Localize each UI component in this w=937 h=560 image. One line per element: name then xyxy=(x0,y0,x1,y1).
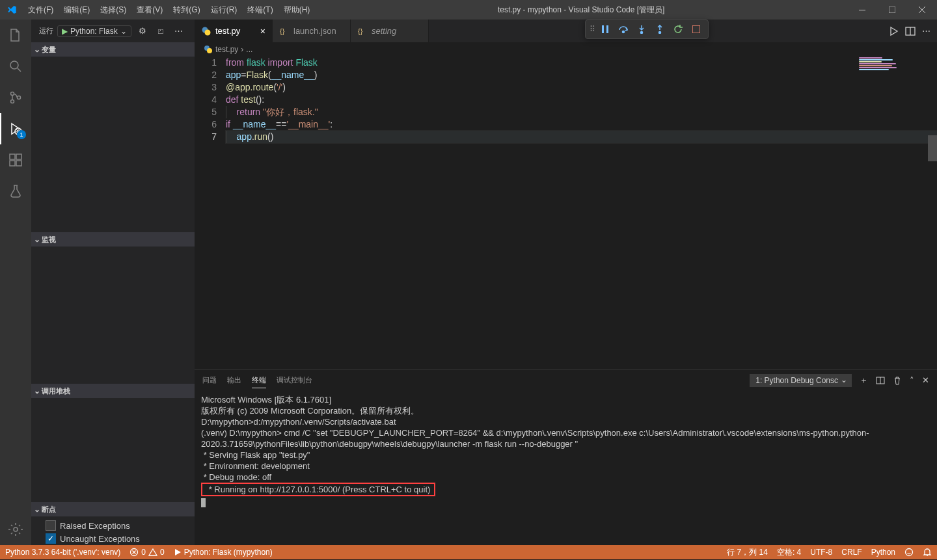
pause-button[interactable] xyxy=(597,21,613,37)
python-icon xyxy=(204,45,213,54)
watch-section-header[interactable]: ⌄监视 xyxy=(31,232,195,247)
callstack-section-header[interactable]: ⌄调用堆栈 xyxy=(31,384,195,398)
menu-item[interactable]: 文件(F) xyxy=(23,0,59,20)
status-eol[interactable]: CRLF xyxy=(841,548,862,557)
breakpoint-item[interactable]: Raised Exceptions xyxy=(31,519,195,532)
explorer-icon[interactable] xyxy=(0,20,31,51)
breakpoint-checkbox[interactable] xyxy=(46,520,56,531)
panel-tab[interactable]: 问题 xyxy=(202,373,217,388)
settings-gear-icon[interactable] xyxy=(0,514,31,545)
run-debug-icon[interactable]: 1 xyxy=(0,113,31,144)
menu-item[interactable]: 编辑(E) xyxy=(59,0,95,20)
terminal[interactable]: Microsoft Windows [版本 6.1.7601]版权所有 (c) … xyxy=(195,390,937,545)
status-bar: Python 3.7.3 64-bit ('.venv': venv) 0 0 … xyxy=(0,545,937,559)
breakpoint-item[interactable]: Uncaught Exceptions xyxy=(31,532,195,545)
svg-point-2 xyxy=(10,61,18,69)
status-interpreter[interactable]: Python 3.7.3 64-bit ('.venv': venv) xyxy=(5,548,120,557)
step-into-button[interactable] xyxy=(634,21,649,37)
svg-point-4 xyxy=(11,100,14,103)
run-icon[interactable] xyxy=(888,26,899,36)
breakpoint-checkbox[interactable] xyxy=(46,533,56,544)
scrollbar-thumb[interactable] xyxy=(928,135,937,161)
kill-terminal-icon[interactable] xyxy=(893,376,902,385)
menu-bar: 文件(F)编辑(E)选择(S)查看(V)转到(G)运行(R)终端(T)帮助(H) xyxy=(23,0,315,20)
svg-point-15 xyxy=(641,32,643,34)
svg-point-3 xyxy=(11,92,14,96)
more-icon[interactable]: ⋯ xyxy=(922,26,930,36)
status-spaces[interactable]: 空格: 4 xyxy=(777,547,801,558)
minimize-button[interactable] xyxy=(847,0,877,20)
debug-config-name: Python: Flask xyxy=(70,27,118,36)
svg-point-24 xyxy=(207,48,212,53)
testing-icon[interactable] xyxy=(0,176,31,207)
editor-tabs: test.py×{}launch.json{}setting ⋯ xyxy=(195,20,937,42)
svg-rect-9 xyxy=(16,161,21,166)
scrollbar-vertical[interactable] xyxy=(928,57,937,369)
status-encoding[interactable]: UTF-8 xyxy=(810,548,832,557)
menu-item[interactable]: 运行(R) xyxy=(206,0,243,20)
chevron-down-icon: ⌄ xyxy=(120,27,127,36)
editor-tab[interactable]: {}launch.json xyxy=(273,20,351,42)
editor-tab[interactable]: {}setting xyxy=(351,20,429,42)
svg-point-19 xyxy=(205,29,211,35)
start-debug-icon[interactable]: ▶ xyxy=(62,27,68,36)
debug-console-icon[interactable]: ⏍ xyxy=(154,26,168,36)
status-debug[interactable]: Python: Flask (mypython) xyxy=(174,548,273,557)
status-feedback-icon[interactable] xyxy=(904,548,914,557)
code-editor[interactable]: 1234567 from flask import Flaskapp=Flask… xyxy=(195,57,937,369)
svg-rect-13 xyxy=(606,25,608,33)
tab-label: launch.json xyxy=(293,26,336,36)
new-terminal-icon[interactable]: ＋ xyxy=(860,375,868,386)
editor-tab[interactable]: test.py× xyxy=(195,20,273,42)
breadcrumbs[interactable]: test.py › ... xyxy=(195,42,937,57)
terminal-selector[interactable]: 1: Python Debug Consc xyxy=(750,374,852,387)
stop-button[interactable] xyxy=(688,21,704,37)
step-out-button[interactable] xyxy=(652,21,668,37)
panel-tab[interactable]: 输出 xyxy=(227,373,241,388)
more-icon[interactable]: ⋯ xyxy=(172,26,186,36)
maximize-panel-icon[interactable]: ˄ xyxy=(910,375,914,385)
gear-icon[interactable]: ⚙ xyxy=(135,26,150,36)
restart-button[interactable] xyxy=(670,21,686,37)
menu-item[interactable]: 转到(G) xyxy=(168,0,205,20)
extensions-icon[interactable] xyxy=(0,144,31,176)
svg-rect-7 xyxy=(10,154,15,159)
close-tab-icon[interactable]: × xyxy=(260,26,265,36)
status-problems[interactable]: 0 0 xyxy=(129,548,164,557)
activity-bar: 1 xyxy=(0,20,31,545)
breakpoints-section-header[interactable]: ⌄断点 xyxy=(31,502,195,516)
svg-point-11 xyxy=(14,527,18,531)
split-terminal-icon[interactable] xyxy=(876,376,885,385)
debug-config-selector[interactable]: ▶ Python: Flask ⌄ xyxy=(57,25,131,37)
tab-label: test.py xyxy=(215,26,240,36)
step-over-button[interactable] xyxy=(616,21,631,37)
status-bell-icon[interactable] xyxy=(923,548,932,557)
tab-label: setting xyxy=(372,26,396,36)
status-language[interactable]: Python xyxy=(871,548,895,557)
svg-point-14 xyxy=(623,31,625,33)
status-line-col[interactable]: 行 7，列 14 xyxy=(727,547,768,558)
panel-tab[interactable]: 终端 xyxy=(252,373,266,388)
debug-toolbar[interactable]: ⠿ xyxy=(585,20,709,39)
json-file-icon: {} xyxy=(279,26,290,36)
menu-item[interactable]: 终端(T) xyxy=(242,0,278,20)
menu-item[interactable]: 选择(S) xyxy=(95,0,131,20)
svg-point-5 xyxy=(18,96,21,100)
panel-tab[interactable]: 调试控制台 xyxy=(277,373,312,388)
split-editor-icon[interactable] xyxy=(905,26,916,36)
svg-rect-12 xyxy=(602,25,604,33)
debug-badge: 1 xyxy=(17,130,26,139)
maximize-button[interactable] xyxy=(877,0,907,20)
close-panel-icon[interactable]: ✕ xyxy=(922,375,929,385)
variables-section-header[interactable]: ⌄变量 xyxy=(31,42,195,57)
close-button[interactable] xyxy=(907,0,937,20)
svg-text:{}: {} xyxy=(358,27,363,35)
run-label: 运行 xyxy=(39,26,53,36)
menu-item[interactable]: 帮助(H) xyxy=(278,0,316,20)
drag-grip-icon[interactable]: ⠿ xyxy=(590,25,595,34)
menu-item[interactable]: 查看(V) xyxy=(131,0,168,20)
debug-header: 运行 ▶ Python: Flask ⌄ ⚙ ⏍ ⋯ xyxy=(31,20,195,42)
svg-rect-8 xyxy=(10,161,15,166)
search-icon[interactable] xyxy=(0,51,31,82)
source-control-icon[interactable] xyxy=(0,82,31,113)
